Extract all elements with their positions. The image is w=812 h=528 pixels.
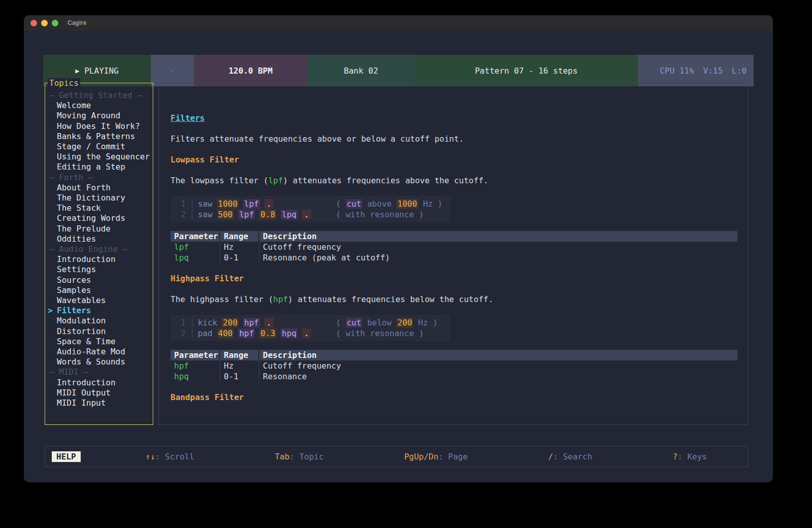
sidebar-title: Topics xyxy=(48,78,80,88)
sidebar-item-filters-selected[interactable]: > Filters xyxy=(45,306,153,316)
help-key-bar: HELP ↑↓: Scroll Tab: Topic PgUp/Dn: Page… xyxy=(45,446,748,467)
param-range: Hz xyxy=(220,360,259,371)
lowpass-description: The lowpass filter (lpf) attenuates freq… xyxy=(171,175,737,186)
sidebar-item-welcome[interactable]: Welcome xyxy=(45,101,153,111)
line-separator: │ xyxy=(186,317,198,328)
hint-keys: ?: Keys xyxy=(673,452,707,461)
sidebar-item-using-the-sequencer[interactable]: Using the Sequencer xyxy=(45,152,153,162)
code-tokens: saw500lpf0.8lpq. xyxy=(198,209,336,220)
hint-topic: Tab: Topic xyxy=(275,452,323,461)
line-separator: │ xyxy=(186,328,198,339)
pattern-segment: Pattern 07 - 16 steps xyxy=(415,55,638,86)
line-number: 2 xyxy=(171,209,186,220)
lowpass-heading: Lowpass Filter xyxy=(171,154,737,165)
header-range: Range xyxy=(220,350,259,360)
header-parameter: Parameter xyxy=(171,231,220,242)
code-comment: ( cut above 1000 Hz ) xyxy=(336,199,443,209)
param-description: Resonance (peak at cutoff) xyxy=(259,252,389,263)
code-tokens: kick200hpf. xyxy=(198,317,336,328)
code-comment: ( cut below 200 Hz ) xyxy=(336,317,438,328)
sidebar-item-editing-a-step[interactable]: Editing a Step xyxy=(45,162,153,172)
code-comment: ( with resonance ) xyxy=(336,328,424,339)
line-number: 2 xyxy=(171,328,186,339)
playing-label: PLAYING xyxy=(84,66,118,76)
code-block-highpass: 1 │ kick200hpf. ( cut below 200 Hz ) 2 │… xyxy=(171,315,451,341)
close-button[interactable] xyxy=(30,20,37,26)
bank-segment: Bank 02 xyxy=(308,55,415,86)
sidebar-item-oddities[interactable]: Oddities xyxy=(45,234,153,244)
code-comment: ( with resonance ) xyxy=(336,209,424,220)
table-row: hpq 0-1 Resonance xyxy=(171,371,737,382)
swing-segment: - xyxy=(151,55,194,86)
sidebar-item-settings[interactable]: Settings xyxy=(45,265,153,275)
code-line: 2 │ saw500lpf0.8lpq. ( with resonance ) xyxy=(171,209,451,220)
sidebar-item-creating-words[interactable]: Creating Words xyxy=(45,213,153,223)
table-row: lpq 0-1 Resonance (peak at cutoff) xyxy=(171,252,737,263)
line-number: 1 xyxy=(171,317,186,328)
line-separator: │ xyxy=(186,209,198,220)
highpass-description: The highpass filter (hpf) attenuates fre… xyxy=(171,294,737,305)
sidebar-item-the-prelude[interactable]: The Prelude xyxy=(45,224,153,234)
voices-label: V:15 xyxy=(703,66,723,76)
sidebar-item-banks-patterns[interactable]: Banks & Patterns xyxy=(45,131,153,142)
code-line: 2 │ pad400hpf0.3hpq. ( with resonance ) xyxy=(171,328,451,339)
sidebar-item-samples[interactable]: Samples xyxy=(45,285,153,295)
param-name: hpf xyxy=(171,360,220,371)
params-table-highpass: Parameter Range Description hpf Hz Cutof… xyxy=(171,350,737,382)
title-bar: Cagire xyxy=(24,15,773,30)
cpu-segment: CPU 11% V:15 L:0 xyxy=(638,55,754,86)
sidebar-section-forth: — Forth — xyxy=(45,173,153,183)
sidebar-section-audio-engine: — Audio Engine — xyxy=(45,244,153,254)
param-range: 0-1 xyxy=(220,371,259,382)
hint-scroll: ↑↓: Scroll xyxy=(146,452,194,461)
window-title: Cagire xyxy=(67,19,86,26)
sidebar-item-space-time[interactable]: Space & Time xyxy=(45,337,153,347)
intro-paragraph: Filters attenuate frequencies above or b… xyxy=(171,134,737,144)
sidebar-item-the-stack[interactable]: The Stack xyxy=(45,203,153,213)
code-block-lowpass: 1 │ saw1000lpf. ( cut above 1000 Hz ) 2 … xyxy=(171,196,451,222)
sidebar-item-about-forth[interactable]: About Forth xyxy=(45,183,153,193)
sidebar-item-distortion[interactable]: Distortion xyxy=(45,326,153,337)
param-range: 0-1 xyxy=(220,252,259,263)
code-tokens: saw1000lpf. xyxy=(198,199,336,209)
sidebar-section-midi: — MIDI — xyxy=(45,367,153,377)
sidebar-item-words-sounds[interactable]: Words & Sounds xyxy=(45,357,153,367)
sidebar-item-stage-commit[interactable]: Stage / Commit xyxy=(45,142,153,152)
sidebar-item-introduction-audio[interactable]: Introduction xyxy=(45,254,153,265)
sidebar-item-the-dictionary[interactable]: The Dictionary xyxy=(45,193,153,203)
hint-search: /: Search xyxy=(548,452,592,461)
header-description: Description xyxy=(259,231,389,242)
param-name: hpq xyxy=(171,371,220,382)
topics-sidebar: Topics — Getting Started — Welcome Movin… xyxy=(45,83,153,425)
sidebar-item-midi-input[interactable]: MIDI Input xyxy=(45,398,153,408)
param-range: Hz xyxy=(220,242,259,252)
cpu-label: CPU 11% xyxy=(660,66,694,76)
traffic-lights xyxy=(30,20,58,26)
sidebar-item-label: Filters xyxy=(57,306,91,315)
sidebar-item-modulation[interactable]: Modulation xyxy=(45,316,153,326)
sidebar-item-moving-around[interactable]: Moving Around xyxy=(45,111,153,121)
key-hints: ↑↓: Scroll Tab: Topic PgUp/Dn: Page /: S… xyxy=(146,452,707,461)
sidebar-item-midi-output[interactable]: MIDI Output xyxy=(45,388,153,398)
sidebar-item-introduction-midi[interactable]: Introduction xyxy=(45,378,153,388)
sidebar-item-audio-rate-mod[interactable]: Audio-Rate Mod xyxy=(45,347,153,357)
table-header-row: Parameter Range Description xyxy=(171,231,737,242)
minimize-button[interactable] xyxy=(41,20,48,26)
sidebar-item-wavetables[interactable]: Wavetables xyxy=(45,295,153,306)
sidebar-section-getting-started: — Getting Started — xyxy=(45,90,153,101)
sidebar-item-how-does-it-work[interactable]: How Does It Work? xyxy=(45,121,153,131)
param-name: lpf xyxy=(171,242,220,252)
help-mode-badge: HELP xyxy=(52,451,81,462)
app-window: Cagire ▶ PLAYING - 120.0 BPM Bank 02 Pat… xyxy=(24,15,773,482)
load-label: L:0 xyxy=(732,66,747,76)
status-bar: ▶ PLAYING - 120.0 BPM Bank 02 Pattern 07… xyxy=(43,55,754,86)
header-parameter: Parameter xyxy=(171,350,220,360)
param-name: lpq xyxy=(171,252,220,263)
params-table-lowpass: Parameter Range Description lpf Hz Cutof… xyxy=(171,231,737,263)
zoom-button[interactable] xyxy=(52,20,58,26)
sidebar-item-sources[interactable]: Sources xyxy=(45,275,153,285)
header-description: Description xyxy=(259,350,342,360)
header-range: Range xyxy=(220,231,259,242)
table-row: hpf Hz Cutoff frequency xyxy=(171,360,737,371)
selected-marker: > xyxy=(48,306,53,316)
